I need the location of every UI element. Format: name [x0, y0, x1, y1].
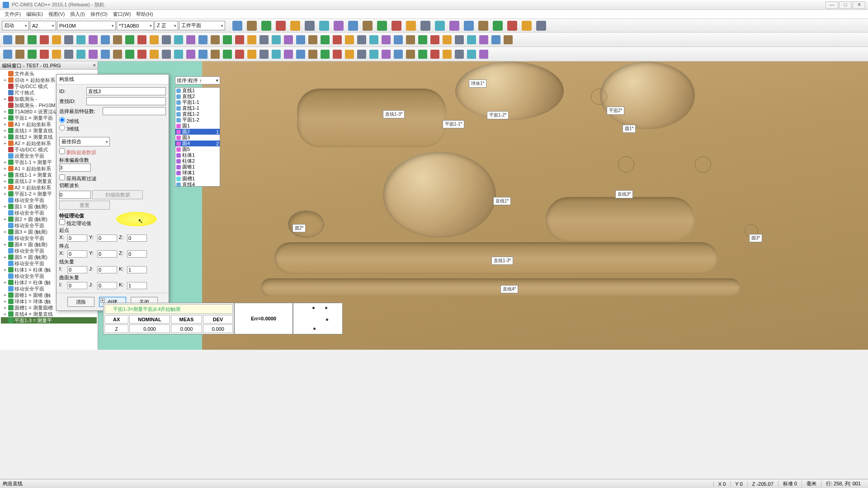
toolbar-icon[interactable]	[332, 19, 345, 32]
toolbar-icon[interactable]	[160, 34, 172, 46]
toolbar-icon[interactable]	[295, 34, 307, 46]
toolbar-icon[interactable]	[295, 48, 307, 60]
toolbar-icon[interactable]	[209, 48, 221, 60]
toolbar-icon[interactable]	[283, 34, 294, 46]
toolbar-icon[interactable]	[148, 48, 160, 60]
toolbar-icon[interactable]	[303, 19, 316, 32]
toolbar-icon[interactable]	[173, 34, 184, 46]
toolbar-icon[interactable]	[63, 34, 75, 46]
combo-mode[interactable]: 启动	[2, 21, 29, 30]
panel-close-icon[interactable]: ×	[93, 62, 96, 68]
toolbar-icon[interactable]	[441, 48, 453, 60]
toolbar-icon[interactable]	[38, 34, 50, 46]
fit-method-combo[interactable]: 最佳拟合	[59, 137, 110, 146]
radio-2d[interactable]: 2维线	[59, 118, 79, 124]
toolbar-icon[interactable]	[173, 48, 184, 60]
toolbar-icon[interactable]	[319, 34, 331, 46]
toolbar-icon[interactable]	[331, 48, 343, 60]
toolbar-icon[interactable]	[197, 48, 209, 60]
toolbar-icon[interactable]	[368, 48, 380, 60]
toolbar-icon[interactable]	[344, 48, 355, 60]
toolbar-icon[interactable]	[2, 34, 14, 46]
toolbar-icon[interactable]	[234, 48, 245, 60]
toolbar-icon[interactable]	[375, 19, 389, 32]
toolbar-icon[interactable]	[356, 48, 368, 60]
toolbar-icon[interactable]	[274, 19, 288, 32]
toolbar-icon[interactable]	[246, 34, 258, 46]
toolbar-icon[interactable]	[478, 48, 490, 60]
start-y[interactable]	[97, 235, 117, 242]
toolbar-icon[interactable]	[245, 19, 259, 32]
toolbar-icon[interactable]	[453, 48, 465, 60]
toolbar-icon[interactable]	[14, 34, 26, 46]
sort-dropdown[interactable]: 排序:程序 ↑	[175, 76, 220, 84]
vec-j[interactable]	[97, 266, 117, 273]
toolbar-icon[interactable]	[231, 19, 244, 32]
combo-axis[interactable]: Z 正	[155, 21, 178, 30]
toolbar-icon[interactable]	[417, 34, 429, 46]
toolbar-icon[interactable]	[307, 34, 319, 46]
toolbar-icon[interactable]	[405, 34, 416, 46]
toolbar-icon[interactable]	[51, 34, 62, 46]
toolbar-icon[interactable]	[270, 48, 282, 60]
toolbar-icon[interactable]	[317, 19, 331, 32]
toolbar-icon[interactable]	[112, 34, 123, 46]
toolbar-icon[interactable]	[148, 34, 160, 46]
surf-i[interactable]	[67, 282, 87, 289]
maximize-button[interactable]: □	[839, 1, 852, 9]
menu-item[interactable]: 视图(V)	[46, 10, 68, 19]
toolbar-icon[interactable]	[259, 19, 273, 32]
toolbar-icon[interactable]	[288, 19, 302, 32]
menu-item[interactable]: 帮助(H)	[133, 10, 156, 19]
toolbar-icon[interactable]	[380, 34, 392, 46]
toolbar-icon[interactable]	[319, 48, 331, 60]
toolbar-icon[interactable]	[448, 19, 461, 32]
combo-workplane[interactable]: 工作平面	[179, 21, 225, 30]
toolbar-icon[interactable]	[209, 34, 221, 46]
std-dev-input[interactable]	[59, 164, 91, 172]
toolbar-icon[interactable]	[283, 48, 294, 60]
toolbar-icon[interactable]	[478, 34, 490, 46]
toolbar-icon[interactable]	[124, 34, 136, 46]
toolbar-icon[interactable]	[258, 48, 270, 60]
toolbar-icon[interactable]	[417, 48, 429, 60]
scan-data-button[interactable]: 扫描段数据	[92, 190, 143, 199]
toolbar-icon[interactable]	[361, 19, 374, 32]
toolbar-icon[interactable]	[466, 48, 477, 60]
minimize-button[interactable]: —	[826, 1, 838, 9]
menu-item[interactable]: 编辑(E)	[24, 10, 46, 19]
toolbar-icon[interactable]	[222, 34, 233, 46]
toolbar-icon[interactable]	[429, 48, 441, 60]
clear-button[interactable]: 清除	[67, 297, 94, 307]
toolbar-icon[interactable]	[99, 48, 111, 60]
toolbar-icon[interactable]	[490, 34, 502, 46]
menu-item[interactable]: 文件(F)	[2, 10, 24, 19]
toolbar-icon[interactable]	[38, 48, 50, 60]
surf-j[interactable]	[97, 282, 117, 289]
combo-probe[interactable]: PH10M	[57, 21, 116, 30]
toolbar-icon[interactable]	[222, 48, 233, 60]
toolbar-icon[interactable]	[26, 34, 38, 46]
toolbar-icon[interactable]	[185, 34, 197, 46]
toolbar-icon[interactable]	[197, 34, 209, 46]
toolbar-icon[interactable]	[344, 34, 355, 46]
list-item[interactable]: 直线4	[175, 182, 220, 187]
toolbar-icon[interactable]	[51, 48, 62, 60]
toolbar-icon[interactable]	[26, 48, 38, 60]
toolbar-icon[interactable]	[466, 34, 477, 46]
toolbar-icon[interactable]	[419, 19, 432, 32]
combo-alignment[interactable]: A2	[30, 21, 56, 30]
end-y[interactable]	[97, 250, 117, 258]
toolbar-icon[interactable]	[307, 48, 319, 60]
last-features-input[interactable]	[103, 107, 166, 115]
specify-theo-check[interactable]: 指定理论值	[59, 221, 91, 226]
vec-i[interactable]	[67, 266, 87, 273]
toolbar-icon[interactable]	[136, 34, 148, 46]
radio-3d[interactable]: 3维线	[59, 126, 79, 131]
end-z[interactable]	[127, 250, 147, 258]
toolbar-icon[interactable]	[112, 48, 123, 60]
toolbar-icon[interactable]	[390, 19, 403, 32]
toolbar-icon[interactable]	[14, 48, 26, 60]
toolbar-icon[interactable]	[234, 34, 245, 46]
toolbar-icon[interactable]	[99, 34, 111, 46]
